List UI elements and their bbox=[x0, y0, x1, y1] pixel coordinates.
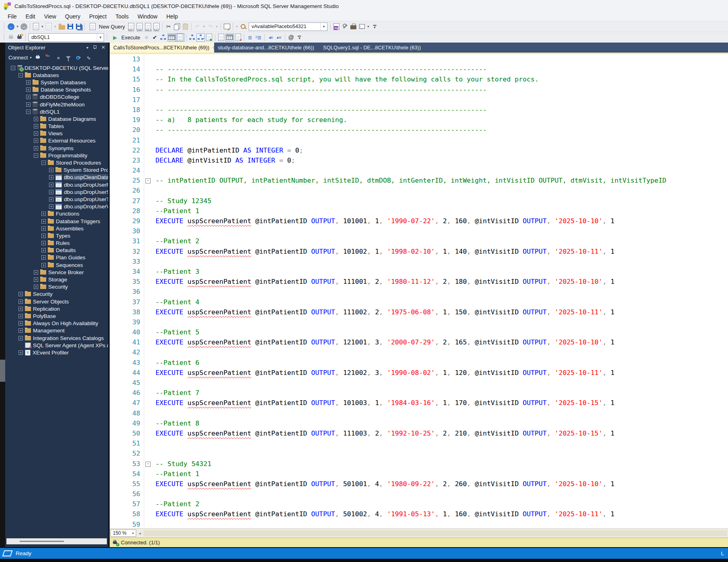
expand-icon[interactable]: + bbox=[49, 175, 53, 179]
code-editor[interactable]: 1314-- ---------------------------------… bbox=[110, 54, 728, 528]
new-file-dropdown[interactable]: ▾ bbox=[40, 22, 45, 31]
editor-hscrollbar[interactable] bbox=[143, 530, 727, 536]
expand-icon[interactable]: + bbox=[41, 241, 46, 245]
code-line-text[interactable] bbox=[151, 438, 155, 448]
tree-item[interactable]: +dbo.uspDropUserTab bbox=[5, 195, 108, 203]
expand-icon[interactable]: + bbox=[34, 277, 38, 282]
refresh-icon[interactable]: ⟳ bbox=[75, 55, 82, 61]
menu-help[interactable]: Help bbox=[162, 12, 182, 20]
code-line-text[interactable]: EXECUTE uspScreenPatient @intPatientID O… bbox=[151, 246, 615, 257]
code-line-text[interactable] bbox=[151, 165, 155, 175]
tree-item[interactable]: +Server Objects bbox=[5, 298, 108, 305]
menu-tools[interactable]: Tools bbox=[111, 12, 133, 20]
new-mdx-query-button[interactable]: MDX bbox=[127, 22, 135, 31]
connect-button[interactable] bbox=[7, 33, 15, 42]
tree-item[interactable]: +Storage bbox=[5, 276, 108, 283]
code-line-text[interactable] bbox=[151, 317, 155, 327]
expand-icon[interactable]: + bbox=[18, 328, 23, 333]
collapse-icon[interactable]: − bbox=[26, 110, 31, 114]
expand-icon[interactable]: + bbox=[26, 80, 31, 85]
save-button[interactable] bbox=[66, 22, 74, 31]
tree-item[interactable]: +Types bbox=[5, 232, 108, 239]
tree-item[interactable]: +Functions bbox=[5, 210, 108, 218]
undo-button[interactable]: ↶ bbox=[193, 22, 202, 31]
template-parameters-button[interactable]: @ bbox=[287, 33, 295, 42]
new-file-button[interactable] bbox=[32, 22, 40, 31]
filter-icon[interactable] bbox=[65, 55, 72, 61]
object-explorer-hscrollbar[interactable] bbox=[6, 538, 107, 544]
expand-icon[interactable]: + bbox=[18, 307, 23, 311]
tree-item[interactable]: +dbo.uspDropUserSto bbox=[5, 188, 108, 195]
code-line-text[interactable]: --Patient 2 bbox=[151, 236, 199, 246]
tree-item[interactable]: −Programmability bbox=[5, 152, 108, 159]
add-item-button[interactable] bbox=[45, 22, 53, 31]
code-line-text[interactable] bbox=[151, 287, 155, 297]
tree-item[interactable]: SQL Server Agent (Agent XPs disabl bbox=[5, 342, 108, 349]
expand-icon[interactable]: + bbox=[26, 88, 31, 92]
collapse-icon[interactable]: − bbox=[34, 153, 38, 158]
code-line-text[interactable]: EXECUTE uspScreenPatient @intPatientID O… bbox=[151, 428, 615, 438]
new-dax-query-button[interactable]: DAX bbox=[152, 22, 161, 31]
command-window-button[interactable]: ›_ bbox=[358, 22, 366, 31]
disconnect-icon[interactable] bbox=[45, 55, 51, 61]
redo-dropdown[interactable]: ▾ bbox=[215, 22, 219, 31]
collapse-icon[interactable]: − bbox=[11, 66, 15, 70]
code-line-text[interactable]: EXECUTE uspScreenPatient @intPatientID O… bbox=[151, 277, 615, 287]
code-line-text[interactable] bbox=[151, 408, 155, 418]
code-line-text[interactable]: DECLARE @intPatientID AS INTEGER = 0; bbox=[151, 145, 303, 155]
code-line-text[interactable] bbox=[151, 489, 155, 499]
results-to-text-button[interactable] bbox=[217, 33, 225, 42]
code-line-text[interactable] bbox=[151, 519, 155, 528]
menu-edit[interactable]: Edit bbox=[21, 12, 40, 20]
tree-item[interactable]: −dbSQL1 bbox=[5, 108, 108, 115]
parse-button[interactable]: ✔ bbox=[151, 33, 159, 42]
connect-dropdown[interactable]: Connect ▾ bbox=[8, 55, 31, 61]
results-to-file-button[interactable]: » bbox=[234, 33, 242, 42]
tree-item[interactable]: +Assemblies bbox=[5, 225, 108, 232]
properties-wrench-button[interactable] bbox=[341, 22, 349, 31]
toolbar-options-overflow[interactable]: ▾ bbox=[370, 22, 379, 31]
tree-item[interactable]: +External Resources bbox=[5, 137, 108, 145]
toolbar-grip[interactable] bbox=[3, 23, 5, 30]
expand-icon[interactable]: + bbox=[49, 190, 53, 194]
tree-item[interactable]: +Database Snapshots bbox=[5, 86, 108, 94]
cut-button[interactable]: ✂ bbox=[164, 22, 173, 31]
menu-file[interactable]: File bbox=[3, 12, 21, 20]
redo-button[interactable]: ↷ bbox=[206, 22, 215, 31]
expand-icon[interactable]: + bbox=[41, 248, 46, 252]
menu-view[interactable]: View bbox=[40, 12, 61, 20]
tree-item[interactable]: +Integration Services Catalogs bbox=[5, 334, 108, 342]
tree-item[interactable]: +System Databases bbox=[5, 79, 108, 86]
code-line-text[interactable] bbox=[151, 347, 155, 357]
database-combo[interactable]: dbSQL1▾ bbox=[29, 33, 104, 42]
search-combo[interactable]: vAvailablePlacebo54321▾ bbox=[249, 22, 327, 31]
back-history-dropdown[interactable]: ▾ bbox=[15, 22, 20, 31]
new-dmx-query-button[interactable]: DMX bbox=[135, 22, 144, 31]
increase-indent-button[interactable]: ▸≡ bbox=[275, 33, 283, 42]
zoom-select[interactable]: 150 % ▾ bbox=[110, 529, 136, 537]
open-file-button[interactable] bbox=[57, 22, 66, 31]
code-line-text[interactable]: -- -------------------------------------… bbox=[151, 64, 487, 74]
connect-object-icon[interactable] bbox=[35, 55, 41, 61]
code-line-text[interactable] bbox=[151, 95, 155, 105]
code-line-text[interactable] bbox=[151, 185, 155, 195]
tree-item[interactable]: +System Stored Proce bbox=[5, 167, 108, 174]
code-line-text[interactable]: --Patient 2 bbox=[151, 499, 199, 509]
code-line-text[interactable] bbox=[151, 378, 155, 388]
tree-item[interactable]: +Sequences bbox=[5, 261, 108, 269]
code-line-text[interactable]: EXECUTE uspScreenPatient @intPatientID O… bbox=[151, 509, 615, 519]
menu-query[interactable]: Query bbox=[61, 12, 85, 20]
comment-button[interactable]: ≣ bbox=[246, 33, 254, 42]
tree-item[interactable]: −Stored Procedures bbox=[5, 159, 108, 166]
expand-icon[interactable]: + bbox=[18, 336, 23, 340]
document-tab[interactable]: CallsToStoredProcs...8CETKU\thele (69))⊹… bbox=[110, 43, 214, 53]
code-line-text[interactable]: --Patient 5 bbox=[151, 327, 199, 337]
code-line-text[interactable]: --Patient 3 bbox=[151, 267, 199, 277]
expand-icon[interactable]: + bbox=[34, 131, 38, 136]
paste-button[interactable] bbox=[181, 22, 190, 31]
expand-icon[interactable]: + bbox=[49, 197, 53, 202]
document-tab[interactable]: study-database-and...8CETKU\thele (66)) bbox=[214, 43, 319, 53]
expand-icon[interactable]: + bbox=[49, 204, 53, 209]
intellisense-button[interactable] bbox=[176, 33, 184, 42]
code-line-text[interactable]: -- -------------------------------------… bbox=[151, 105, 487, 115]
